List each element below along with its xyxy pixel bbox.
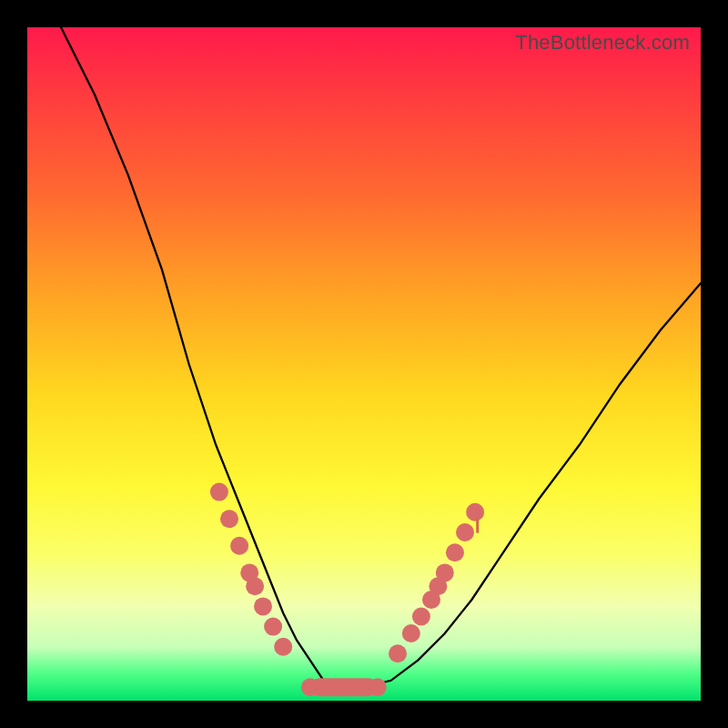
marker-dot — [446, 543, 464, 561]
marker-dot — [412, 608, 430, 626]
marker-dot — [402, 624, 420, 642]
chart-frame: TheBottleneck.com — [0, 0, 728, 728]
bottom-pill — [301, 678, 387, 696]
bottleneck-chart — [27, 27, 701, 701]
marker-dot — [230, 537, 248, 555]
bottleneck-curve — [61, 27, 701, 687]
marker-dot — [466, 503, 484, 521]
marker-dot — [456, 523, 474, 541]
marker-dot — [389, 644, 407, 662]
marker-dot — [254, 597, 272, 615]
plot-area: TheBottleneck.com — [27, 27, 701, 701]
min-region-pill — [310, 678, 378, 696]
marker-dot — [246, 577, 264, 595]
marker-dot — [210, 483, 228, 501]
markers-left — [210, 483, 292, 656]
marker-dot — [274, 638, 292, 656]
markers-right — [389, 503, 484, 662]
marker-dot — [264, 618, 282, 636]
marker-dot — [220, 510, 238, 528]
marker-dot — [436, 563, 454, 581]
marker-dot — [369, 678, 387, 696]
marker-dot — [301, 678, 319, 696]
